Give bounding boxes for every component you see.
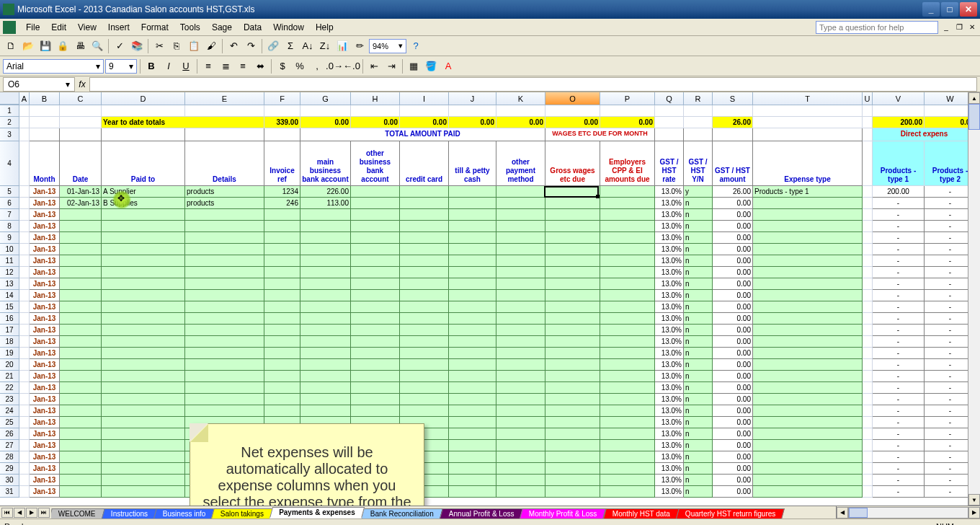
cell[interactable]	[185, 359, 264, 371]
cell[interactable]: n	[684, 451, 713, 463]
row-header[interactable]: 23	[0, 394, 19, 405]
cell[interactable]: n	[684, 244, 713, 255]
cell[interactable]	[60, 105, 102, 117]
cell[interactable]	[545, 451, 600, 463]
cell[interactable]: -	[873, 221, 925, 232]
cell[interactable]	[60, 405, 102, 417]
cell[interactable]	[545, 290, 600, 301]
cell[interactable]: 0.00	[713, 486, 753, 498]
cell[interactable]	[102, 301, 185, 313]
cell[interactable]: 0.00	[713, 463, 753, 475]
cell[interactable]	[545, 325, 600, 336]
cell[interactable]	[863, 301, 873, 313]
cell[interactable]	[600, 186, 655, 198]
cell[interactable]	[400, 325, 449, 336]
cell[interactable]: Jan-13	[30, 348, 60, 359]
cell[interactable]	[545, 221, 600, 232]
cell[interactable]	[102, 221, 185, 232]
cell[interactable]	[400, 336, 449, 348]
cell[interactable]: 13.0%	[655, 267, 684, 278]
scroll-up-icon[interactable]: ▲	[968, 92, 980, 104]
cell[interactable]	[545, 255, 600, 267]
cell[interactable]: 13.0%	[655, 451, 684, 463]
prev-sheet-icon[interactable]: ◀	[14, 508, 25, 518]
name-box[interactable]: O6▾	[3, 77, 75, 92]
last-sheet-icon[interactable]: ⏭	[38, 508, 50, 518]
cell[interactable]	[600, 382, 655, 394]
menu-view[interactable]: View	[72, 21, 102, 34]
cell[interactable]	[449, 463, 496, 475]
cell[interactable]	[351, 255, 400, 267]
row-header[interactable]: 30	[0, 475, 19, 486]
cell[interactable]: n	[684, 278, 713, 290]
cell[interactable]: n	[684, 301, 713, 313]
cell[interactable]: 0.00	[713, 232, 753, 244]
cell[interactable]	[496, 451, 545, 463]
row-header[interactable]: 17	[0, 325, 19, 336]
cell[interactable]: n	[684, 325, 713, 336]
col-header[interactable]: O	[545, 92, 600, 105]
cell[interactable]	[449, 394, 496, 405]
cell[interactable]	[496, 394, 545, 405]
cell[interactable]	[753, 428, 863, 440]
cell[interactable]	[60, 371, 102, 382]
cell[interactable]: -	[873, 348, 925, 359]
cell[interactable]	[863, 232, 873, 244]
cell[interactable]: 0.00	[713, 290, 753, 301]
minimize-button[interactable]: _	[922, 2, 940, 17]
cell[interactable]	[60, 486, 102, 498]
cell[interactable]	[863, 117, 873, 128]
cell[interactable]	[496, 105, 545, 117]
cell[interactable]	[102, 359, 185, 371]
cell[interactable]	[496, 255, 545, 267]
col-header[interactable]: U	[863, 92, 873, 105]
cell[interactable]	[449, 475, 496, 486]
cell[interactable]	[496, 417, 545, 428]
col-header[interactable]: D	[102, 92, 185, 105]
col-header[interactable]: R	[684, 92, 713, 105]
cell[interactable]: 113.00	[300, 198, 351, 209]
cell[interactable]	[300, 394, 351, 405]
cell[interactable]	[264, 313, 300, 325]
cell[interactable]	[496, 198, 545, 209]
cell[interactable]	[300, 382, 351, 394]
cell[interactable]: 13.0%	[655, 394, 684, 405]
cell[interactable]	[19, 117, 30, 128]
col-header[interactable]: H	[351, 92, 400, 105]
cell[interactable]: Jan-13	[30, 428, 60, 440]
doc-minimize-button[interactable]: _	[941, 22, 951, 32]
cell[interactable]	[102, 394, 185, 405]
cell[interactable]	[753, 290, 863, 301]
col-header[interactable]: V	[873, 92, 925, 105]
cell[interactable]	[185, 255, 264, 267]
cell[interactable]: 13.0%	[655, 232, 684, 244]
cell[interactable]	[264, 267, 300, 278]
cell[interactable]	[496, 486, 545, 498]
cell[interactable]	[449, 278, 496, 290]
cell[interactable]	[264, 359, 300, 371]
column-headers[interactable]: A B C D E F G H I J K O P Q R S T U V W	[0, 92, 980, 105]
cell[interactable]	[449, 359, 496, 371]
cell[interactable]	[19, 209, 30, 221]
cell[interactable]: Jan-13	[30, 301, 60, 313]
cell[interactable]	[545, 428, 600, 440]
cell[interactable]: n	[684, 336, 713, 348]
cell[interactable]	[863, 394, 873, 405]
row-header[interactable]: 14	[0, 290, 19, 301]
cell[interactable]	[264, 278, 300, 290]
cell[interactable]	[60, 440, 102, 451]
cell[interactable]: 0.00	[713, 394, 753, 405]
cell[interactable]	[753, 267, 863, 278]
cell[interactable]	[449, 486, 496, 498]
cell[interactable]	[264, 128, 300, 141]
cell[interactable]: till & petty cash	[449, 141, 496, 186]
cell[interactable]	[449, 451, 496, 463]
cell[interactable]: -	[873, 325, 925, 336]
grid[interactable]: A B C D E F G H I J K O P Q R S T U V W …	[0, 92, 980, 506]
cell[interactable]: 26.00	[713, 117, 753, 128]
cell[interactable]	[19, 451, 30, 463]
cell[interactable]	[102, 267, 185, 278]
cell[interactable]	[496, 405, 545, 417]
cell[interactable]	[600, 198, 655, 209]
cell[interactable]	[60, 325, 102, 336]
